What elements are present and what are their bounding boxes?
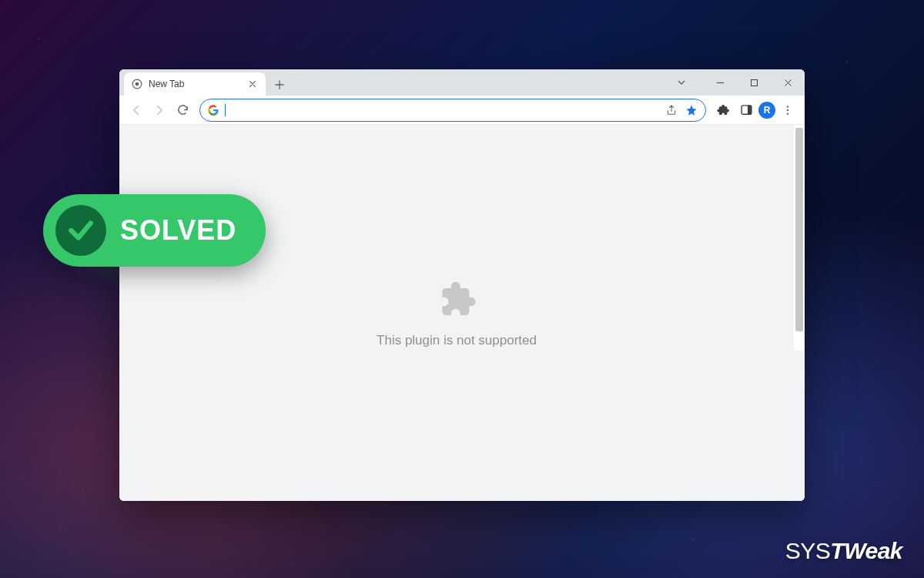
- svg-rect-2: [751, 79, 757, 86]
- close-window-button[interactable]: [771, 69, 805, 96]
- titlebar: New Tab: [119, 69, 805, 96]
- share-icon[interactable]: [665, 104, 678, 116]
- window-controls: [677, 69, 805, 96]
- bookmark-star-icon[interactable]: [685, 104, 698, 116]
- vertical-scrollbar[interactable]: ▲: [794, 125, 805, 501]
- close-tab-icon[interactable]: [247, 79, 258, 89]
- profile-avatar[interactable]: R: [758, 102, 775, 119]
- page-content: This plugin is not supported ▲: [119, 125, 805, 501]
- toolbar: R: [119, 96, 805, 125]
- solved-badge: SOLVED: [43, 194, 266, 267]
- tab-search-chevron-icon[interactable]: [677, 78, 703, 87]
- forward-button[interactable]: [149, 99, 170, 121]
- extensions-puzzle-icon[interactable]: [712, 99, 734, 121]
- scroll-thumb[interactable]: [795, 128, 803, 331]
- svg-point-6: [787, 109, 788, 110]
- google-g-icon: [208, 105, 219, 116]
- plugin-error-text: This plugin is not supported: [377, 333, 537, 348]
- svg-point-7: [787, 113, 788, 114]
- maximize-button[interactable]: [737, 69, 771, 96]
- plugin-puzzle-icon: [435, 277, 478, 321]
- svg-point-5: [787, 106, 788, 107]
- profile-letter: R: [764, 105, 771, 116]
- checkmark-circle-icon: [55, 205, 106, 256]
- chrome-favicon-icon: [132, 79, 142, 89]
- svg-point-1: [136, 82, 139, 86]
- tab-new-tab[interactable]: New Tab: [124, 72, 266, 96]
- minimize-button[interactable]: [703, 69, 737, 96]
- tab-title: New Tab: [149, 79, 241, 89]
- solved-label: SOLVED: [120, 214, 236, 247]
- kebab-menu-icon[interactable]: [777, 99, 798, 121]
- viewport: This plugin is not supported: [119, 125, 794, 501]
- address-input[interactable]: [232, 104, 659, 116]
- back-button[interactable]: [126, 99, 147, 121]
- systweak-watermark: SYSTWeak: [785, 538, 902, 564]
- omnibox-actions: [665, 104, 698, 116]
- new-tab-button[interactable]: [269, 74, 290, 96]
- reload-button[interactable]: [172, 99, 193, 121]
- text-cursor-icon: [225, 104, 226, 116]
- chrome-window: New Tab: [119, 69, 805, 501]
- side-panel-icon[interactable]: [735, 99, 757, 121]
- watermark-part2: TWeak: [830, 538, 902, 563]
- svg-rect-4: [747, 106, 751, 114]
- watermark-part1: SYS: [785, 538, 831, 563]
- address-bar[interactable]: [199, 99, 706, 122]
